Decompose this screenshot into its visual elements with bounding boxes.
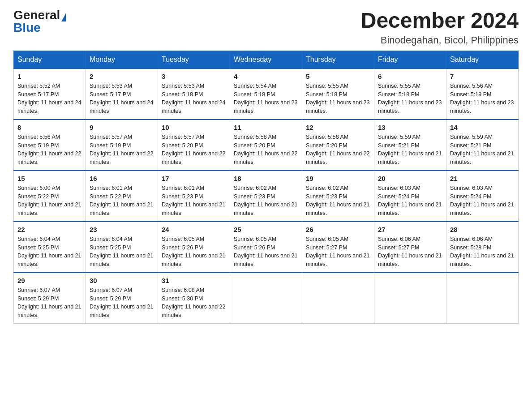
sunrise-label: Sunrise: 5:52 AM (17, 83, 60, 89)
sunset-label: Sunset: 5:28 PM (450, 244, 491, 251)
sunrise-label: Sunrise: 5:53 AM (90, 83, 132, 89)
sunset-label: Sunset: 5:18 PM (234, 91, 275, 98)
sunrise-label: Sunrise: 6:05 AM (306, 236, 348, 242)
daylight-label: Daylight: 11 hours and 21 minutes. (17, 304, 81, 318)
day-info: Sunrise: 5:53 AM Sunset: 5:18 PM Dayligh… (162, 82, 226, 116)
calendar-day-cell (374, 273, 446, 324)
calendar-day-cell: 6 Sunrise: 5:55 AM Sunset: 5:18 PM Dayli… (374, 68, 446, 120)
sunset-label: Sunset: 5:20 PM (162, 142, 203, 149)
sunrise-label: Sunrise: 6:08 AM (162, 287, 204, 293)
calendar-week-row: 1 Sunrise: 5:52 AM Sunset: 5:17 PM Dayli… (14, 68, 519, 120)
calendar-day-cell: 27 Sunrise: 6:06 AM Sunset: 5:27 PM Dayl… (374, 222, 446, 273)
daylight-label: Daylight: 11 hours and 21 minutes. (90, 253, 153, 267)
header-friday: Friday (374, 51, 446, 68)
day-number: 21 (450, 175, 515, 182)
daylight-label: Daylight: 11 hours and 21 minutes. (162, 253, 225, 267)
sunset-label: Sunset: 5:25 PM (17, 244, 59, 251)
daylight-label: Daylight: 11 hours and 21 minutes. (450, 150, 514, 165)
calendar-day-cell: 18 Sunrise: 6:02 AM Sunset: 5:23 PM Dayl… (230, 171, 302, 222)
sunrise-label: Sunrise: 6:06 AM (378, 236, 420, 242)
daylight-label: Daylight: 11 hours and 21 minutes. (450, 201, 514, 216)
day-info: Sunrise: 6:03 AM Sunset: 5:24 PM Dayligh… (378, 184, 442, 218)
sunrise-label: Sunrise: 5:59 AM (450, 134, 493, 140)
header-sunday: Sunday (14, 51, 86, 68)
day-number: 2 (90, 73, 154, 80)
calendar-day-cell: 14 Sunrise: 5:59 AM Sunset: 5:21 PM Dayl… (446, 120, 519, 171)
day-number: 4 (234, 73, 298, 80)
calendar-day-cell (446, 273, 519, 324)
sunrise-label: Sunrise: 5:58 AM (306, 134, 348, 140)
calendar-day-cell: 9 Sunrise: 5:57 AM Sunset: 5:19 PM Dayli… (86, 120, 158, 171)
daylight-label: Daylight: 11 hours and 24 minutes. (17, 99, 81, 114)
sunset-label: Sunset: 5:24 PM (378, 193, 419, 200)
sunrise-label: Sunrise: 6:05 AM (162, 236, 204, 242)
daylight-label: Daylight: 11 hours and 23 minutes. (306, 99, 369, 114)
daylight-label: Daylight: 11 hours and 21 minutes. (17, 201, 81, 216)
header-thursday: Thursday (302, 51, 374, 68)
sunrise-label: Sunrise: 6:06 AM (450, 236, 493, 242)
day-number: 3 (162, 73, 226, 80)
daylight-label: Daylight: 11 hours and 23 minutes. (450, 99, 514, 114)
day-info: Sunrise: 6:01 AM Sunset: 5:23 PM Dayligh… (162, 184, 226, 218)
calendar-week-row: 29 Sunrise: 6:07 AM Sunset: 5:29 PM Dayl… (14, 273, 519, 324)
daylight-label: Daylight: 11 hours and 21 minutes. (162, 201, 225, 216)
day-info: Sunrise: 6:05 AM Sunset: 5:26 PM Dayligh… (234, 235, 298, 269)
day-number: 8 (17, 124, 82, 131)
daylight-label: Daylight: 11 hours and 22 minutes. (234, 150, 297, 165)
logo-general-text: General (13, 8, 60, 22)
day-info: Sunrise: 6:06 AM Sunset: 5:27 PM Dayligh… (378, 235, 442, 269)
sunset-label: Sunset: 5:20 PM (306, 142, 347, 149)
day-info: Sunrise: 6:06 AM Sunset: 5:28 PM Dayligh… (450, 235, 515, 269)
calendar-day-cell: 25 Sunrise: 6:05 AM Sunset: 5:26 PM Dayl… (230, 222, 302, 273)
page-header: General Blue December 2024 Binodegahan, … (13, 9, 519, 46)
sunrise-label: Sunrise: 6:02 AM (234, 185, 276, 191)
daylight-label: Daylight: 11 hours and 21 minutes. (90, 201, 153, 216)
sunset-label: Sunset: 5:27 PM (306, 244, 347, 251)
sunrise-label: Sunrise: 5:55 AM (306, 83, 348, 89)
calendar-day-cell: 13 Sunrise: 5:59 AM Sunset: 5:21 PM Dayl… (374, 120, 446, 171)
calendar-day-cell: 11 Sunrise: 5:58 AM Sunset: 5:20 PM Dayl… (230, 120, 302, 171)
daylight-label: Daylight: 11 hours and 24 minutes. (90, 99, 153, 114)
calendar-day-cell: 7 Sunrise: 5:56 AM Sunset: 5:19 PM Dayli… (446, 68, 519, 120)
sunrise-label: Sunrise: 6:03 AM (378, 185, 420, 191)
calendar-day-cell: 23 Sunrise: 6:04 AM Sunset: 5:25 PM Dayl… (86, 222, 158, 273)
sunset-label: Sunset: 5:22 PM (17, 193, 59, 200)
logo-top-row: General (13, 9, 66, 21)
daylight-label: Daylight: 11 hours and 22 minutes. (17, 150, 81, 165)
logo-triangle-icon (61, 13, 66, 21)
sunrise-label: Sunrise: 6:04 AM (90, 236, 132, 242)
header-tuesday: Tuesday (158, 51, 230, 68)
sunset-label: Sunset: 5:26 PM (162, 244, 203, 251)
day-info: Sunrise: 5:57 AM Sunset: 5:19 PM Dayligh… (90, 133, 154, 167)
day-info: Sunrise: 6:07 AM Sunset: 5:29 PM Dayligh… (17, 286, 82, 320)
calendar-day-cell: 19 Sunrise: 6:02 AM Sunset: 5:23 PM Dayl… (302, 171, 374, 222)
sunset-label: Sunset: 5:25 PM (90, 244, 131, 251)
day-number: 13 (378, 124, 442, 131)
sunrise-label: Sunrise: 6:07 AM (17, 287, 60, 293)
sunset-label: Sunset: 5:18 PM (162, 91, 203, 98)
day-info: Sunrise: 5:58 AM Sunset: 5:20 PM Dayligh… (234, 133, 298, 167)
sunrise-label: Sunrise: 5:56 AM (17, 134, 60, 140)
calendar-day-cell (302, 273, 374, 324)
daylight-label: Daylight: 11 hours and 24 minutes. (162, 99, 225, 114)
sunset-label: Sunset: 5:26 PM (234, 244, 275, 251)
daylight-label: Daylight: 11 hours and 21 minutes. (90, 304, 153, 318)
daylight-label: Daylight: 11 hours and 21 minutes. (234, 253, 297, 267)
day-info: Sunrise: 5:57 AM Sunset: 5:20 PM Dayligh… (162, 133, 226, 167)
calendar-day-cell: 28 Sunrise: 6:06 AM Sunset: 5:28 PM Dayl… (446, 222, 519, 273)
calendar-day-cell: 8 Sunrise: 5:56 AM Sunset: 5:19 PM Dayli… (14, 120, 86, 171)
sunrise-label: Sunrise: 6:07 AM (90, 287, 132, 293)
sunset-label: Sunset: 5:19 PM (90, 142, 131, 149)
day-number: 20 (378, 175, 442, 182)
calendar-day-cell: 5 Sunrise: 5:55 AM Sunset: 5:18 PM Dayli… (302, 68, 374, 120)
calendar-day-cell: 31 Sunrise: 6:08 AM Sunset: 5:30 PM Dayl… (158, 273, 230, 324)
calendar-table: Sunday Monday Tuesday Wednesday Thursday… (13, 51, 519, 324)
sunrise-label: Sunrise: 6:00 AM (17, 185, 60, 191)
day-info: Sunrise: 6:02 AM Sunset: 5:23 PM Dayligh… (306, 184, 370, 218)
sunrise-label: Sunrise: 6:01 AM (162, 185, 204, 191)
calendar-day-cell: 2 Sunrise: 5:53 AM Sunset: 5:17 PM Dayli… (86, 68, 158, 120)
day-number: 29 (17, 277, 82, 284)
daylight-label: Daylight: 11 hours and 23 minutes. (378, 99, 442, 114)
header-wednesday: Wednesday (230, 51, 302, 68)
sunset-label: Sunset: 5:23 PM (234, 193, 275, 200)
